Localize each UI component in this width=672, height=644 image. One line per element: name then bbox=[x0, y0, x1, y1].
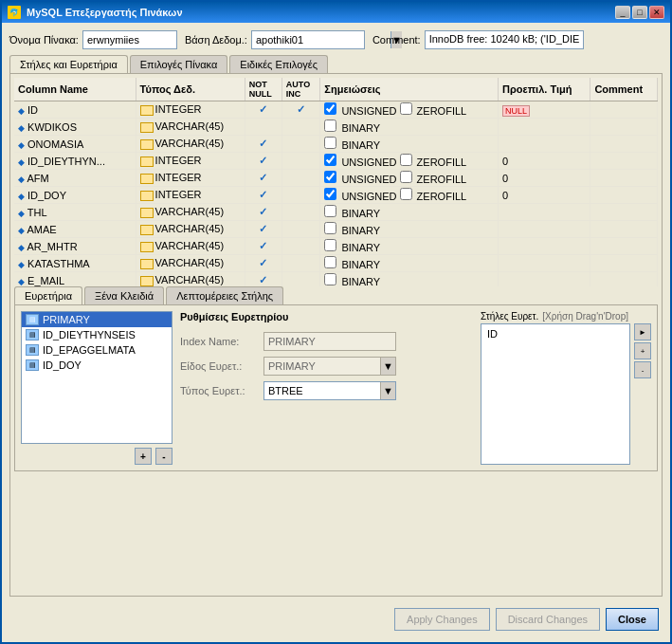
index-name-label: Index Name: bbox=[180, 336, 256, 347]
col-header-notnull: NOTNULL bbox=[245, 78, 282, 101]
col-header-type: Τύπος Δεδ. bbox=[136, 78, 245, 101]
col-nav: ► + - bbox=[634, 323, 651, 465]
table-row[interactable]: ◆ KATASTHMAVARCHAR(45)✓ BINARY bbox=[14, 255, 658, 272]
table-row[interactable]: ◆ E_MAILVARCHAR(45)✓ BINARY bbox=[14, 272, 658, 287]
comment-group: Comment: InnoDB free: 10240 kB; ('ID_DIE bbox=[372, 30, 584, 49]
app-icon: 🐬 bbox=[8, 6, 21, 19]
columns-table-scroll[interactable]: Column Name Τύπος Δεδ. NOTNULL AUTOINC Σ… bbox=[14, 78, 658, 286]
main-tab-bar: Στήλες και Ευρετήρια Επιλογές Πίνακα Ειδ… bbox=[9, 55, 663, 73]
index-name-row: Index Name: bbox=[180, 332, 473, 351]
index-btree-label: Τύπος Ευρετ.: bbox=[180, 385, 256, 396]
col-header-notes: Σημειώσεις bbox=[320, 78, 499, 101]
col-nav-down[interactable]: - bbox=[634, 361, 651, 378]
comment-label: Comment: bbox=[372, 34, 421, 46]
discard-changes-button[interactable]: Discard Changes bbox=[496, 608, 600, 631]
window-controls: _ □ ✕ bbox=[615, 6, 664, 19]
minimize-button[interactable]: _ bbox=[615, 6, 630, 19]
index-btree-arrow[interactable]: ▼ bbox=[380, 382, 395, 399]
tab-indexes[interactable]: Ευρετήρια bbox=[14, 286, 82, 304]
bottom-tab-content: ▤ PRIMARY▤ ID_DIEYTHYNSEIS▤ ID_EPAGGELMA… bbox=[14, 304, 658, 471]
add-index-button[interactable]: + bbox=[135, 448, 152, 465]
index-btree-combo[interactable]: BTREE ▼ bbox=[263, 381, 396, 400]
close-window-button[interactable]: ✕ bbox=[649, 6, 664, 19]
columns-table: Column Name Τύπος Δεδ. NOTNULL AUTOINC Σ… bbox=[14, 78, 658, 286]
index-item[interactable]: ▤ ID_DIEYTHYNSEIS bbox=[22, 327, 172, 342]
main-tab-content: Column Name Τύπος Δεδ. NOTNULL AUTOINC Σ… bbox=[9, 73, 663, 597]
index-icon: ▤ bbox=[26, 314, 39, 325]
tab-options[interactable]: Επιλογές Πίνακα bbox=[130, 55, 228, 73]
table-row[interactable]: ◆ AR_MHTRVARCHAR(45)✓ BINARY bbox=[14, 238, 658, 255]
index-type-arrow: ▼ bbox=[380, 358, 395, 375]
index-icon: ▤ bbox=[26, 359, 39, 371]
index-btree-row: Τύπος Ευρετ.: BTREE ▼ bbox=[180, 381, 473, 400]
top-bar: Όνομα Πίνακα: Βάση Δεδομ.: ▼ Comment: In… bbox=[9, 30, 663, 49]
maximize-button[interactable]: □ bbox=[632, 6, 647, 19]
comment-field: InnoDB free: 10240 kB; ('ID_DIE bbox=[425, 30, 585, 49]
col-header-label1: Στήλες Ευρετ. bbox=[481, 311, 538, 322]
index-item[interactable]: ▤ PRIMARY bbox=[22, 312, 172, 327]
col-header-comment: Comment bbox=[590, 78, 658, 101]
tab-foreign-keys[interactable]: Ξένα Κλειδιά bbox=[84, 286, 164, 304]
table-row[interactable]: ◆ AFMINTEGER✓ UNSIGNED ZEROFILL0 bbox=[14, 170, 658, 187]
tab-column-details[interactable]: Λεπτομέρειες Στήλης bbox=[166, 286, 283, 304]
action-bar: Apply Changes Discard Changes Close bbox=[9, 602, 663, 635]
index-column-item[interactable]: ID bbox=[483, 326, 627, 341]
index-controls: + - bbox=[21, 448, 173, 465]
index-name-input bbox=[263, 332, 396, 351]
tab-columns[interactable]: Στήλες και Ευρετήρια bbox=[9, 55, 128, 73]
window-title: MySQL Επεξεργαστής Πινάκων bbox=[27, 7, 609, 18]
main-tabs: Στήλες και Ευρετήρια Επιλογές Πίνακα Ειδ… bbox=[9, 55, 663, 597]
tab-special[interactable]: Ειδικές Επιλογές bbox=[229, 55, 328, 73]
db-combo[interactable]: ▼ bbox=[251, 30, 365, 49]
table-row[interactable]: ◆ KWDIKOSVARCHAR(45) BINARY bbox=[14, 119, 658, 136]
close-button[interactable]: Close bbox=[606, 608, 659, 631]
main-window: 🐬 MySQL Επεξεργαστής Πινάκων _ □ ✕ Όνομα… bbox=[0, 0, 672, 644]
index-type-combo: PRIMARY ▼ bbox=[263, 357, 396, 376]
index-item[interactable]: ▤ ID_DOY bbox=[22, 358, 172, 373]
table-row[interactable]: ◆ ID_DOYINTEGER✓ UNSIGNED ZEROFILL0 bbox=[14, 187, 658, 204]
table-row[interactable]: ◆ ID_DIEYTHYN...INTEGER✓ UNSIGNED ZEROFI… bbox=[14, 153, 658, 170]
col-header-default: Προεπιλ. Τιμή bbox=[498, 78, 590, 101]
table-row[interactable]: ◆ THLVARCHAR(45)✓ BINARY bbox=[14, 204, 658, 221]
table-name-group: Όνομα Πίνακα: bbox=[9, 30, 177, 49]
table-row[interactable]: ◆ ONOMASIAVARCHAR(45)✓ BINARY bbox=[14, 136, 658, 153]
index-columns-section: Στήλες Ευρετ. [Χρήση Drag'n'Drop] ID ► +… bbox=[481, 311, 651, 465]
col-nav-up[interactable]: + bbox=[634, 342, 651, 359]
index-list: ▤ PRIMARY▤ ID_DIEYTHYNSEIS▤ ID_EPAGGELMA… bbox=[21, 311, 173, 444]
remove-index-button[interactable]: - bbox=[155, 448, 173, 465]
col-header-autoinc: AUTOINC bbox=[282, 78, 320, 101]
bottom-section: Ευρετήρια Ξένα Κλειδιά Λεπτομέρειες Στήλ… bbox=[14, 286, 658, 471]
window-content: Όνομα Πίνακα: Βάση Δεδομ.: ▼ Comment: In… bbox=[2, 23, 670, 642]
table-name-input[interactable] bbox=[82, 30, 177, 49]
col-nav-right[interactable]: ► bbox=[634, 323, 651, 340]
index-icon: ▤ bbox=[26, 329, 39, 340]
index-item[interactable]: ▤ ID_EPAGGELMATA bbox=[22, 342, 172, 358]
index-settings: Ρυθμίσεις Ευρετηρίου Index Name: Είδος Ε… bbox=[180, 311, 473, 465]
table-row[interactable]: ◆ AMAEVARCHAR(45)✓ BINARY bbox=[14, 221, 658, 238]
bottom-tab-bar: Ευρετήρια Ξένα Κλειδιά Λεπτομέρειες Στήλ… bbox=[14, 286, 658, 304]
index-list-section: ▤ PRIMARY▤ ID_DIEYTHYNSEIS▤ ID_EPAGGELMA… bbox=[21, 311, 173, 465]
titlebar: 🐬 MySQL Επεξεργαστής Πινάκων _ □ ✕ bbox=[2, 2, 670, 23]
db-name-label: Βάση Δεδομ.: bbox=[185, 34, 247, 46]
apply-changes-button[interactable]: Apply Changes bbox=[394, 608, 490, 631]
col-header-name: Column Name bbox=[14, 78, 136, 101]
index-columns-list: ID bbox=[481, 323, 630, 465]
index-icon: ▤ bbox=[26, 344, 39, 356]
col-header-label2: [Χρήση Drag'n'Drop] bbox=[542, 311, 628, 322]
index-type-label: Είδος Ευρετ.: bbox=[180, 360, 256, 372]
index-type-row: Είδος Ευρετ.: PRIMARY ▼ bbox=[180, 357, 473, 376]
columns-header: Στήλες Ευρετ. [Χρήση Drag'n'Drop] bbox=[481, 311, 651, 322]
index-settings-title: Ρυθμίσεις Ευρετηρίου bbox=[180, 311, 473, 322]
table-row[interactable]: ◆ IDINTEGER✓✓ UNSIGNED ZEROFILLNULL bbox=[14, 101, 658, 119]
table-name-label: Όνομα Πίνακα: bbox=[9, 34, 79, 46]
db-name-group: Βάση Δεδομ.: ▼ bbox=[185, 30, 365, 49]
